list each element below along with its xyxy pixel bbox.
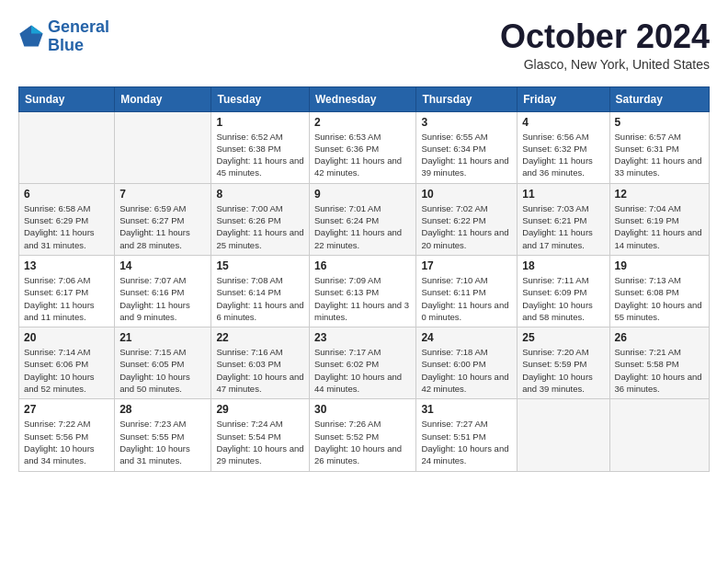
- weekday-header: Sunday: [19, 86, 115, 111]
- svg-marker-1: [31, 25, 43, 33]
- calendar-cell: 25Sunrise: 7:20 AMSunset: 5:59 PMDayligh…: [518, 327, 609, 399]
- calendar-cell: 2Sunrise: 6:53 AMSunset: 6:36 PMDaylight…: [309, 111, 415, 183]
- day-number: 21: [119, 331, 206, 344]
- day-detail: Sunrise: 7:16 AMSunset: 6:03 PMDaylight:…: [216, 346, 304, 395]
- day-number: 17: [421, 259, 512, 272]
- day-detail: Sunrise: 7:03 AMSunset: 6:21 PMDaylight:…: [522, 202, 604, 251]
- day-detail: Sunrise: 7:13 AMSunset: 6:08 PMDaylight:…: [615, 274, 704, 323]
- day-number: 24: [421, 331, 512, 344]
- calendar-cell: 20Sunrise: 7:14 AMSunset: 6:06 PMDayligh…: [19, 327, 115, 399]
- day-number: 4: [522, 116, 604, 129]
- calendar-cell: 16Sunrise: 7:09 AMSunset: 6:13 PMDayligh…: [309, 255, 415, 327]
- day-number: 2: [314, 116, 411, 129]
- day-detail: Sunrise: 7:23 AMSunset: 5:55 PMDaylight:…: [119, 418, 206, 466]
- calendar-cell: 14Sunrise: 7:07 AMSunset: 6:16 PMDayligh…: [115, 255, 211, 327]
- weekday-header: Friday: [518, 86, 609, 111]
- day-number: 11: [522, 188, 604, 201]
- day-detail: Sunrise: 6:59 AMSunset: 6:27 PMDaylight:…: [119, 202, 206, 251]
- calendar-week-row: 20Sunrise: 7:14 AMSunset: 6:06 PMDayligh…: [19, 327, 710, 399]
- day-detail: Sunrise: 6:57 AMSunset: 6:31 PMDaylight:…: [615, 131, 704, 179]
- day-detail: Sunrise: 7:09 AMSunset: 6:13 PMDaylight:…: [314, 274, 411, 323]
- day-number: 20: [24, 331, 109, 344]
- calendar-cell: 19Sunrise: 7:13 AMSunset: 6:08 PMDayligh…: [609, 255, 709, 327]
- day-number: 19: [615, 259, 704, 272]
- day-detail: Sunrise: 7:10 AMSunset: 6:11 PMDaylight:…: [421, 274, 512, 323]
- day-number: 25: [522, 331, 604, 344]
- day-detail: Sunrise: 7:27 AMSunset: 5:51 PMDaylight:…: [421, 418, 512, 466]
- day-number: 26: [615, 331, 704, 344]
- day-number: 22: [216, 331, 304, 344]
- calendar-cell: [19, 111, 115, 183]
- weekday-header: Monday: [115, 86, 211, 111]
- day-number: 14: [119, 259, 206, 272]
- day-detail: Sunrise: 6:53 AMSunset: 6:36 PMDaylight:…: [314, 131, 411, 179]
- day-detail: Sunrise: 7:22 AMSunset: 5:56 PMDaylight:…: [24, 418, 109, 466]
- day-number: 29: [216, 403, 304, 416]
- calendar-cell: 23Sunrise: 7:17 AMSunset: 6:02 PMDayligh…: [309, 327, 415, 399]
- day-number: 10: [421, 188, 512, 201]
- calendar-cell: 30Sunrise: 7:26 AMSunset: 5:52 PMDayligh…: [309, 399, 415, 471]
- calendar-header: SundayMondayTuesdayWednesdayThursdayFrid…: [19, 86, 710, 111]
- calendar-week-row: 6Sunrise: 6:58 AMSunset: 6:29 PMDaylight…: [19, 183, 710, 255]
- day-detail: Sunrise: 7:11 AMSunset: 6:09 PMDaylight:…: [522, 274, 604, 323]
- calendar-cell: 6Sunrise: 6:58 AMSunset: 6:29 PMDaylight…: [19, 183, 115, 255]
- weekday-row: SundayMondayTuesdayWednesdayThursdayFrid…: [19, 86, 710, 111]
- day-detail: Sunrise: 7:06 AMSunset: 6:17 PMDaylight:…: [24, 274, 109, 323]
- calendar-cell: 12Sunrise: 7:04 AMSunset: 6:19 PMDayligh…: [609, 183, 709, 255]
- logo-text: General Blue: [48, 18, 109, 55]
- day-number: 8: [216, 188, 304, 201]
- calendar-cell: 1Sunrise: 6:52 AMSunset: 6:38 PMDaylight…: [211, 111, 310, 183]
- logo-icon: [18, 24, 44, 50]
- day-detail: Sunrise: 7:17 AMSunset: 6:02 PMDaylight:…: [314, 346, 411, 395]
- day-number: 31: [421, 403, 512, 416]
- calendar-cell: 9Sunrise: 7:01 AMSunset: 6:24 PMDaylight…: [309, 183, 415, 255]
- logo-line2: Blue: [48, 36, 84, 54]
- calendar-cell: 24Sunrise: 7:18 AMSunset: 6:00 PMDayligh…: [416, 327, 518, 399]
- calendar-cell: 4Sunrise: 6:56 AMSunset: 6:32 PMDaylight…: [518, 111, 609, 183]
- calendar-cell: 22Sunrise: 7:16 AMSunset: 6:03 PMDayligh…: [211, 327, 310, 399]
- day-detail: Sunrise: 7:21 AMSunset: 5:58 PMDaylight:…: [615, 346, 704, 395]
- logo: General Blue: [18, 18, 109, 55]
- day-detail: Sunrise: 7:14 AMSunset: 6:06 PMDaylight:…: [24, 346, 109, 395]
- calendar-table: SundayMondayTuesdayWednesdayThursdayFrid…: [18, 86, 710, 472]
- day-detail: Sunrise: 7:20 AMSunset: 5:59 PMDaylight:…: [522, 346, 604, 395]
- calendar-week-row: 13Sunrise: 7:06 AMSunset: 6:17 PMDayligh…: [19, 255, 710, 327]
- calendar-cell: [518, 399, 609, 471]
- day-detail: Sunrise: 7:07 AMSunset: 6:16 PMDaylight:…: [119, 274, 206, 323]
- day-number: 13: [24, 259, 109, 272]
- calendar-cell: [115, 111, 211, 183]
- weekday-header: Saturday: [609, 86, 709, 111]
- day-detail: Sunrise: 6:56 AMSunset: 6:32 PMDaylight:…: [522, 131, 604, 179]
- calendar-cell: 15Sunrise: 7:08 AMSunset: 6:14 PMDayligh…: [211, 255, 310, 327]
- calendar-body: 1Sunrise: 6:52 AMSunset: 6:38 PMDaylight…: [19, 111, 710, 471]
- location: Glasco, New York, United States: [500, 57, 710, 72]
- day-detail: Sunrise: 6:52 AMSunset: 6:38 PMDaylight:…: [216, 131, 304, 179]
- day-detail: Sunrise: 7:24 AMSunset: 5:54 PMDaylight:…: [216, 418, 304, 466]
- calendar-cell: 31Sunrise: 7:27 AMSunset: 5:51 PMDayligh…: [416, 399, 518, 471]
- day-number: 1: [216, 116, 304, 129]
- month-title: October 2024: [500, 18, 710, 55]
- calendar-cell: 27Sunrise: 7:22 AMSunset: 5:56 PMDayligh…: [19, 399, 115, 471]
- day-number: 15: [216, 259, 304, 272]
- day-number: 7: [119, 188, 206, 201]
- main-container: General Blue October 2024 Glasco, New Yo…: [0, 0, 728, 481]
- day-number: 28: [119, 403, 206, 416]
- day-number: 12: [615, 188, 704, 201]
- day-number: 27: [24, 403, 109, 416]
- day-detail: Sunrise: 7:18 AMSunset: 6:00 PMDaylight:…: [421, 346, 512, 395]
- day-number: 23: [314, 331, 411, 344]
- day-detail: Sunrise: 7:01 AMSunset: 6:24 PMDaylight:…: [314, 202, 411, 251]
- calendar-cell: 5Sunrise: 6:57 AMSunset: 6:31 PMDaylight…: [609, 111, 709, 183]
- calendar-cell: 11Sunrise: 7:03 AMSunset: 6:21 PMDayligh…: [518, 183, 609, 255]
- day-detail: Sunrise: 7:02 AMSunset: 6:22 PMDaylight:…: [421, 202, 512, 251]
- day-number: 9: [314, 188, 411, 201]
- calendar-cell: 21Sunrise: 7:15 AMSunset: 6:05 PMDayligh…: [115, 327, 211, 399]
- day-number: 3: [421, 116, 512, 129]
- calendar-cell: 28Sunrise: 7:23 AMSunset: 5:55 PMDayligh…: [115, 399, 211, 471]
- day-number: 6: [24, 188, 109, 201]
- day-detail: Sunrise: 7:08 AMSunset: 6:14 PMDaylight:…: [216, 274, 304, 323]
- day-detail: Sunrise: 7:00 AMSunset: 6:26 PMDaylight:…: [216, 202, 304, 251]
- calendar-cell: 29Sunrise: 7:24 AMSunset: 5:54 PMDayligh…: [211, 399, 310, 471]
- day-detail: Sunrise: 6:58 AMSunset: 6:29 PMDaylight:…: [24, 202, 109, 251]
- calendar-cell: 8Sunrise: 7:00 AMSunset: 6:26 PMDaylight…: [211, 183, 310, 255]
